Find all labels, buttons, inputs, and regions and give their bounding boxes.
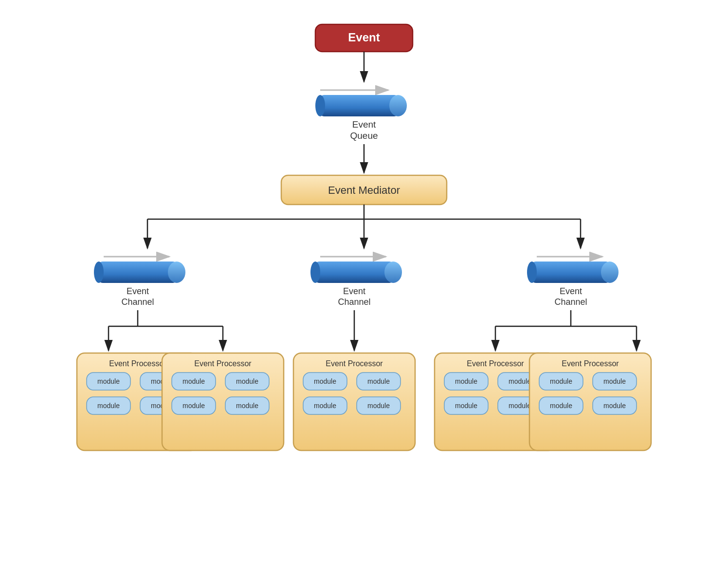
event-queue-left-cap (315, 95, 325, 116)
ep5-module-2-label: module (603, 377, 626, 385)
ep4-module-4-label: module (509, 402, 531, 410)
event-mediator-label: Event Mediator (328, 184, 400, 196)
right-channel-label-2: Channel (554, 297, 587, 307)
ep2-module-1-label: module (182, 377, 205, 385)
ep2-title: Event Processor (194, 359, 252, 368)
ep3-module-3-label: module (314, 402, 336, 410)
left-channel-label-2: Channel (121, 297, 154, 307)
ep5-module-4-label: module (603, 402, 626, 410)
ep5-title: Event Processor (562, 359, 619, 368)
mid-channel-cap (384, 262, 402, 283)
left-channel-left-cap (94, 262, 104, 283)
mid-channel-cylinder (315, 262, 393, 283)
ep1-module-1-label: module (97, 377, 120, 385)
ep4-module-2-label: module (509, 377, 531, 385)
event-queue-cap (389, 95, 407, 116)
event-queue-label-line2: Queue (350, 131, 378, 141)
ep5-module-3-label: module (550, 402, 572, 410)
right-channel-label-1: Event (560, 286, 582, 296)
left-channel-cylinder (99, 262, 177, 283)
ep4-module-3-label: module (455, 402, 477, 410)
ep3-module-2-label: module (367, 377, 390, 385)
event-queue-cylinder (320, 95, 398, 116)
ep5-module-1-label: module (550, 377, 572, 385)
ep2-module-3-label: module (182, 402, 205, 410)
mid-channel-label-1: Event (343, 286, 365, 296)
ep2-module-2-label: module (236, 377, 258, 385)
architecture-diagram: Event Event Queue Event Mediator (72, 10, 656, 555)
ep1-module-3-label: module (97, 402, 120, 410)
mid-channel-left-cap (310, 262, 320, 283)
right-channel-cylinder (532, 262, 610, 283)
ep4-module-1-label: module (455, 377, 477, 385)
ep3-module-4-label: module (367, 402, 390, 410)
ep3-module-1-label: module (314, 377, 336, 385)
event-queue-label-line1: Event (352, 119, 376, 130)
mid-channel-label-2: Channel (338, 297, 370, 307)
right-channel-cap (601, 262, 619, 283)
left-channel-label-1: Event (127, 286, 149, 296)
ep2-module-4-label: module (236, 402, 258, 410)
left-channel-cap (168, 262, 185, 283)
event-label: Event (348, 31, 380, 44)
ep4-title: Event Processor (467, 359, 524, 368)
diagram-container: Event Event Queue Event Mediator (72, 10, 656, 557)
ep3-title: Event Processor (326, 359, 383, 368)
ep1-title: Event Processor (109, 359, 166, 368)
right-channel-left-cap (527, 262, 537, 283)
